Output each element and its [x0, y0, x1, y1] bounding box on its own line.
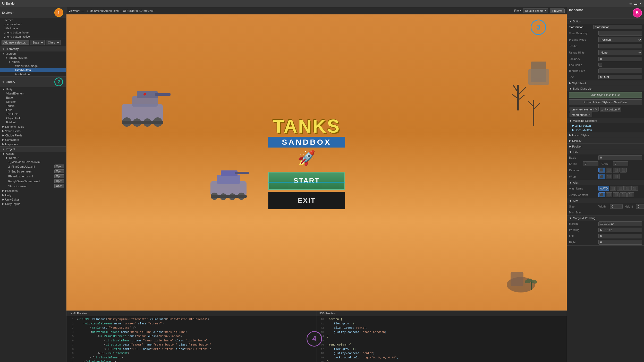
hierarchy-start-button[interactable]: ▶ #start-button: [0, 68, 66, 72]
extract-inlined-button[interactable]: Extract Inlined Styles to New Class: [569, 99, 642, 105]
lib-item-toggle[interactable]: Toggle: [0, 104, 66, 108]
add-new-selector-button[interactable]: Add new selector...: [2, 40, 29, 45]
remove-unity-button-tag[interactable]: ✕: [618, 108, 620, 111]
tabindex-input[interactable]: [598, 57, 642, 61]
project-unityeditor[interactable]: ▶UnityEditor: [0, 197, 66, 202]
style-class-list-header[interactable]: ▼ Style Class List: [567, 86, 644, 91]
hierarchy-screen[interactable]: ▼ #screen: [0, 51, 66, 56]
lib-item-foldout[interactable]: Foldout: [0, 120, 66, 124]
explorer-item-screen[interactable]: .screen: [0, 18, 66, 22]
exit-button-game[interactable]: EXIT: [268, 192, 345, 209]
align-items-stretch[interactable]: ⬛: [631, 186, 638, 191]
usagehints-select[interactable]: None: [598, 50, 642, 55]
justify-space-around[interactable]: ⬛: [627, 192, 634, 197]
padding-input[interactable]: [598, 228, 642, 232]
explorer-item-menu-column[interactable]: .menu-column: [0, 22, 66, 26]
tooltip-input[interactable]: [598, 44, 642, 48]
stylesheet-header[interactable]: ▶ StyleSheet: [567, 80, 644, 86]
flex-wrap-wrap-rev[interactable]: ⬛: [613, 174, 620, 179]
hierarchy-menu-title-image[interactable]: ▶ #menu-title-image: [0, 64, 66, 68]
open-endscreen-button[interactable]: Open: [54, 169, 64, 173]
lib-item-label[interactable]: Label: [0, 108, 66, 112]
window-minimize[interactable]: ▭: [629, 2, 632, 5]
justify-space-between[interactable]: ⬛: [620, 192, 627, 197]
window-maximize[interactable]: ▬: [634, 2, 637, 5]
inlined-styles-header[interactable]: ▶ Inlined Styles: [567, 132, 644, 138]
margin-padding-header[interactable]: ▼ Margin & Padding: [567, 216, 644, 221]
library-containers[interactable]: ▶ Containers: [0, 137, 66, 142]
justify-start[interactable]: ⬛: [598, 192, 605, 197]
align-items-center[interactable]: ⬛: [617, 186, 624, 191]
library-numeric-fields[interactable]: ▶ Numeric Fields: [0, 124, 66, 129]
width-input[interactable]: [610, 204, 623, 209]
project-file-playerlist[interactable]: PlayerListItem.uxml Open: [0, 174, 66, 179]
flex-shrink-input[interactable]: [583, 161, 598, 166]
library-unity-category[interactable]: ▼ Unity: [0, 87, 66, 91]
margin-input[interactable]: [598, 221, 642, 226]
project-packages[interactable]: ▶Packages: [0, 188, 66, 193]
add-style-class-button[interactable]: Add Style Class to List: [569, 92, 642, 98]
flex-dir-row-rev[interactable]: ⬛: [606, 168, 612, 173]
lib-item-text-field[interactable]: Text Field: [0, 112, 66, 116]
name-input[interactable]: [593, 25, 642, 29]
preview-button[interactable]: Preview: [550, 8, 565, 13]
display-header[interactable]: ▶ Display: [567, 138, 644, 143]
project-demoui[interactable]: ▼DemoUI: [0, 156, 66, 160]
hierarchy-exit-button[interactable]: ▶ #exit-button: [0, 72, 66, 76]
text-input[interactable]: [598, 75, 642, 79]
explorer-item-menu-button-hover[interactable]: .menu-button :hover: [0, 30, 66, 35]
library-value-fields[interactable]: ▶ Value Fields: [0, 129, 66, 133]
flex-header[interactable]: ▼ Flex: [567, 149, 644, 154]
left-input[interactable]: [598, 234, 642, 238]
button-section-header[interactable]: ▼ Button: [567, 19, 644, 24]
flex-grow-input[interactable]: [613, 161, 628, 166]
hierarchy-menu-column[interactable]: ▼ #menu-column: [0, 56, 66, 60]
remove-menu-button-tag[interactable]: ✕: [589, 113, 591, 116]
project-file-mainmenu[interactable]: 1_MainMenuScreen.uxml: [0, 160, 66, 164]
align-header[interactable]: ▼ Align: [567, 180, 644, 185]
project-assets[interactable]: ▼Assets: [0, 152, 66, 156]
justify-end[interactable]: ⬛: [613, 192, 620, 197]
open-finalgame-button[interactable]: Open: [54, 165, 64, 168]
flex-dir-row[interactable]: ⬛: [598, 168, 605, 173]
file-menu-button[interactable]: File ▾: [514, 9, 521, 12]
project-unityengine[interactable]: ▶UnityEngine: [0, 202, 66, 206]
bindingpath-input[interactable]: [598, 68, 642, 73]
viewdatakey-input[interactable]: [598, 31, 642, 36]
focusable-checkbox[interactable]: [598, 63, 602, 67]
justify-center[interactable]: ⬛: [606, 192, 612, 197]
start-button-game[interactable]: START: [268, 172, 345, 190]
remove-unity-text-tag[interactable]: ✕: [595, 108, 597, 111]
flex-dir-col-rev[interactable]: ⬛: [620, 168, 627, 173]
explorer-item-title-image[interactable]: .title-image: [0, 26, 66, 30]
open-playerlist-button[interactable]: Open: [54, 174, 64, 178]
lib-item-object-field[interactable]: Object Field: [0, 116, 66, 120]
height-input[interactable]: [636, 204, 644, 209]
flex-wrap-wrap[interactable]: ⬛: [606, 174, 612, 179]
right-input[interactable]: [598, 240, 642, 245]
project-file-statsbox[interactable]: StatsBox.uxml Open: [0, 184, 66, 188]
align-items-end[interactable]: ⬛: [624, 186, 631, 191]
project-file-roughgame[interactable]: RoughGameScreen.uxml Open: [0, 179, 66, 184]
lib-item-button[interactable]: Button: [0, 96, 66, 100]
align-items-auto[interactable]: AUTO: [598, 186, 609, 191]
open-roughgame-button[interactable]: Open: [54, 179, 64, 183]
project-file-endscreen[interactable]: 3_EndScreen.uxml Open: [0, 169, 66, 174]
flex-wrap-nowrap[interactable]: ⬛: [598, 174, 605, 179]
open-statsbox-button[interactable]: Open: [54, 184, 64, 188]
explorer-item-menu-button-active[interactable]: .menu-button :active: [0, 35, 66, 39]
flex-dir-col[interactable]: ⬛: [613, 168, 620, 173]
project-unity[interactable]: ▶Unity: [0, 193, 66, 197]
class-dropdown[interactable]: Class: [46, 40, 61, 45]
state-dropdown[interactable]: State: [30, 40, 45, 45]
matching-selectors-header[interactable]: ▼ Matching Selectors: [567, 118, 644, 123]
lib-item-scroller[interactable]: Scroller: [0, 100, 66, 104]
flex-basis-input[interactable]: [598, 155, 642, 160]
pickingmode-select[interactable]: Position: [598, 37, 642, 42]
size-header[interactable]: ▼ Size: [567, 198, 644, 203]
lib-item-visual-element[interactable]: VisualElement: [0, 91, 66, 96]
window-close[interactable]: ✕: [639, 2, 642, 5]
position-header[interactable]: ▶ Position: [567, 144, 644, 149]
library-inspectors[interactable]: ▶ Inspectors: [0, 142, 66, 146]
hierarchy-menu[interactable]: ▼ #menu: [0, 60, 66, 64]
